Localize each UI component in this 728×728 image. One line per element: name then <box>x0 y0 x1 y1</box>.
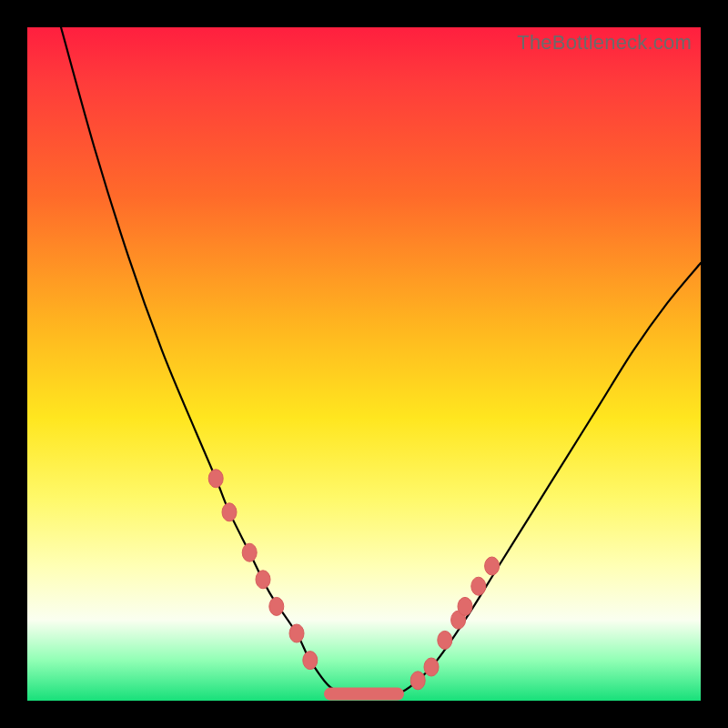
curve-marker <box>289 624 304 642</box>
curve-markers-right <box>410 557 499 690</box>
curve-marker <box>303 652 318 670</box>
curve-marker <box>269 597 284 615</box>
curve-marker <box>485 557 500 575</box>
curve-marker <box>256 571 270 589</box>
chart-overlay <box>27 27 701 701</box>
curve-marker <box>222 503 237 521</box>
chart-plot-area: TheBottleneck.com <box>27 27 701 701</box>
curve-marker <box>410 672 425 690</box>
curve-marker <box>458 597 472 615</box>
chart-frame: TheBottleneck.com <box>0 0 728 728</box>
curve-marker <box>242 543 257 561</box>
curve-marker <box>424 658 439 676</box>
curve-marker <box>471 577 486 595</box>
curve-marker <box>438 631 452 649</box>
curve-marker <box>208 470 223 488</box>
bottleneck-curve <box>61 27 701 696</box>
